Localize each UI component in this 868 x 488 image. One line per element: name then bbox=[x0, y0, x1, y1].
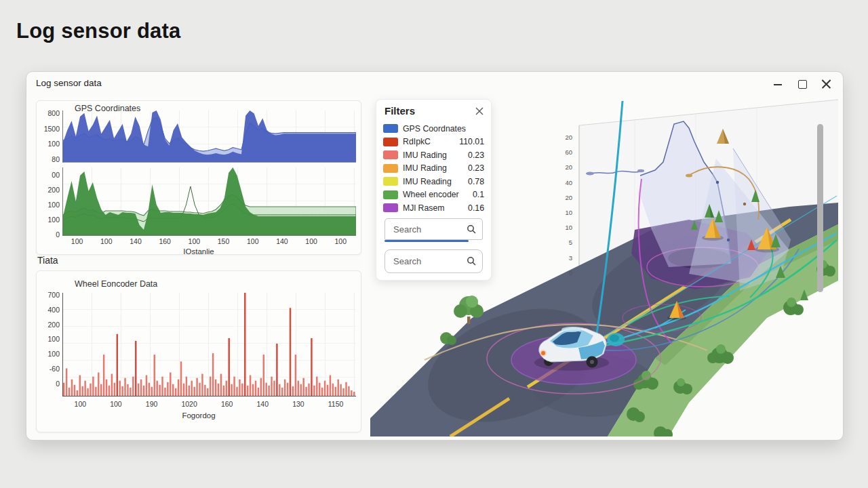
filters-legend: GPS CoordnatesRdIpkC110.01IMU Rading0.23… bbox=[383, 122, 484, 215]
tick-label: 700 bbox=[47, 291, 60, 306]
tick-label: 140 bbox=[276, 237, 288, 245]
tick-label: 100 bbox=[189, 237, 201, 245]
tick-label: 100 bbox=[47, 216, 60, 230]
search-icon bbox=[467, 224, 477, 235]
tick-label: 3 bbox=[547, 254, 572, 269]
tick-label: -60 bbox=[50, 365, 60, 380]
tick-label: 100 bbox=[335, 237, 347, 245]
tick-label: 100 bbox=[71, 237, 83, 245]
tick-label: 00 bbox=[52, 171, 60, 186]
legend-value: 0.23 bbox=[468, 163, 484, 173]
tick-label: 200 bbox=[47, 321, 60, 336]
filter-legend-item[interactable]: IMU Reading0.78 bbox=[383, 175, 484, 188]
wheel-chart-title: Wheel Eoncoder Data bbox=[75, 279, 157, 289]
tick-label: 0 bbox=[547, 269, 572, 284]
tick-label: 100 bbox=[47, 201, 60, 216]
minimize-icon[interactable] bbox=[772, 79, 783, 89]
wheel-x-ticks: 10010019010201601401301150 bbox=[62, 400, 355, 408]
tick-label: 1500 bbox=[44, 125, 60, 140]
legend-value: 0.16 bbox=[468, 203, 484, 213]
filter-legend-item[interactable]: MJl Rasem0.16 bbox=[383, 201, 484, 215]
tick-label: 10 bbox=[547, 209, 572, 224]
wheel-y-ticks: 700400200100100-600 bbox=[37, 291, 60, 394]
tick-label: 20 bbox=[547, 134, 572, 148]
tick-label: 160 bbox=[159, 237, 171, 245]
window-titlebar[interactable]: Log sensor data bbox=[26, 72, 843, 96]
close-icon[interactable] bbox=[821, 79, 832, 89]
wheel-plot bbox=[62, 293, 356, 396]
gps-blue-plot bbox=[62, 110, 356, 163]
legend-label: Wheel encoder bbox=[403, 190, 459, 199]
tick-label: 20 bbox=[547, 163, 572, 178]
tick-label: 100 bbox=[305, 237, 317, 245]
tick-label: 100 bbox=[47, 350, 60, 365]
search-box-2[interactable] bbox=[384, 249, 483, 273]
legend-value: 0.23 bbox=[468, 150, 484, 160]
tick-label: 100 bbox=[247, 237, 259, 245]
legend-value: 110.01 bbox=[459, 137, 484, 146]
section-label: Tiata bbox=[37, 255, 58, 266]
tick-label: 160 bbox=[221, 400, 233, 408]
tick-label: 100 bbox=[110, 400, 122, 408]
tick-label: 130 bbox=[292, 400, 304, 408]
tick-label: 20 bbox=[547, 194, 572, 209]
window-title: Log sensor data bbox=[36, 78, 102, 88]
legend-swatch bbox=[383, 164, 398, 173]
filter-legend-item[interactable]: GPS Coordnates bbox=[383, 122, 484, 136]
window-controls bbox=[772, 79, 832, 89]
legend-swatch bbox=[383, 190, 398, 199]
search-box-1[interactable] bbox=[384, 218, 483, 240]
tick-label: 10 bbox=[547, 224, 572, 239]
filter-legend-item[interactable]: IMU Rading0.23 bbox=[383, 162, 484, 176]
page-title: Log sensor data bbox=[16, 19, 180, 43]
legend-label: IMU Reading bbox=[403, 177, 452, 186]
search-icon bbox=[467, 256, 477, 266]
app-window: Log sensor data bbox=[26, 71, 844, 441]
tick-label: 1150 bbox=[328, 400, 344, 408]
tick-label: 80 bbox=[52, 155, 60, 171]
legend-value: 0.1 bbox=[473, 190, 484, 199]
tick-label: 40 bbox=[547, 179, 572, 194]
legend-label: IMU Rading bbox=[403, 150, 447, 160]
tick-label: 5 bbox=[547, 239, 572, 253]
gps-chart-card: GPS Coordinates 800150010080 00200100100… bbox=[36, 100, 361, 255]
tick-label: 800 bbox=[47, 109, 60, 125]
legend-swatch bbox=[383, 138, 398, 146]
legend-value: 0.78 bbox=[468, 177, 484, 186]
filters-panel: Filters GPS CoordnatesRdIpkC110.01IMU Ra… bbox=[376, 99, 492, 281]
filter-legend-item[interactable]: IMU Rading0.23 bbox=[383, 148, 484, 162]
legend-swatch bbox=[383, 150, 398, 159]
filter-legend-item[interactable]: RdIpkC110.01 bbox=[383, 136, 484, 149]
scene-z-ticks: 20602040201010530 bbox=[547, 134, 572, 284]
search-input-2[interactable] bbox=[392, 256, 467, 267]
search-input-1[interactable] bbox=[392, 224, 467, 235]
gps-x-ticks: 100100140160100150100140100100 bbox=[62, 237, 355, 245]
tick-label: 100 bbox=[47, 140, 60, 155]
tick-label: 60 bbox=[547, 148, 572, 163]
wheel-x-axis-title: Fogordog bbox=[37, 411, 361, 420]
scene-scrollbar[interactable] bbox=[817, 124, 823, 292]
sensor-blob bbox=[607, 333, 625, 346]
tick-label: 200 bbox=[47, 186, 60, 201]
tick-label: 100 bbox=[47, 335, 60, 350]
tick-label: 0 bbox=[56, 380, 60, 394]
legend-label: RdIpkC bbox=[403, 137, 431, 146]
tick-label: 190 bbox=[146, 400, 158, 408]
legend-label: GPS Coordnates bbox=[403, 124, 466, 134]
tick-label: 100 bbox=[75, 400, 87, 408]
filters-close-icon[interactable] bbox=[475, 106, 484, 116]
maximize-icon[interactable] bbox=[797, 79, 808, 89]
tick-label: 0 bbox=[56, 230, 60, 245]
filter-legend-item[interactable]: Wheel encoder0.1 bbox=[383, 188, 484, 202]
filters-title: Filters bbox=[384, 105, 415, 117]
gps-x-axis-title: IOstanlie bbox=[37, 247, 361, 255]
gps-green-plot bbox=[62, 167, 356, 236]
legend-swatch bbox=[383, 124, 398, 133]
gps-green-y-ticks: 002001001000 bbox=[37, 171, 60, 245]
tick-label: 140 bbox=[257, 400, 269, 408]
gps-blue-y-ticks: 800150010080 bbox=[37, 109, 60, 170]
tick-label: 100 bbox=[100, 237, 113, 245]
legend-swatch bbox=[383, 177, 398, 186]
tick-label: 150 bbox=[218, 237, 230, 245]
tick-label: 1020 bbox=[181, 400, 197, 408]
